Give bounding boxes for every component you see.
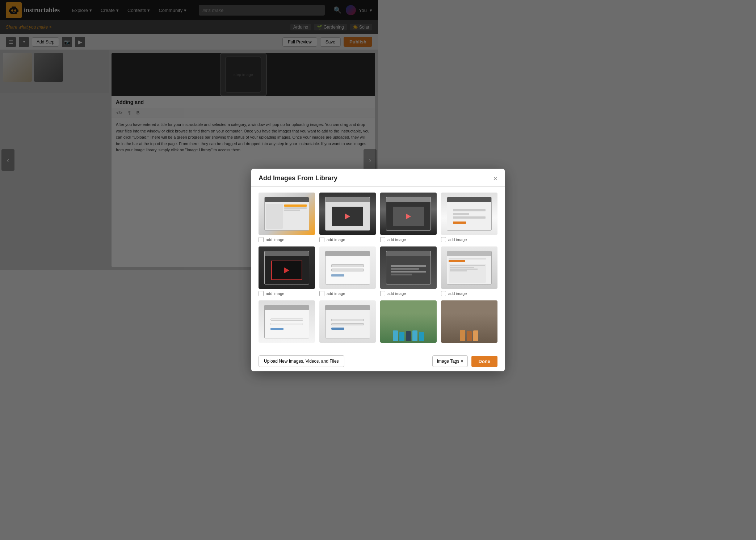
modal-header: Add Images From Library × <box>251 169 378 187</box>
image-item-1: add image <box>259 193 315 242</box>
image-label-2: add image <box>327 237 345 242</box>
modal-title: Add Images From Library <box>259 174 337 182</box>
image-label-1: add image <box>266 237 284 242</box>
image-thumb-6[interactable] <box>319 246 376 270</box>
image-item-5: add image <box>259 246 315 270</box>
image-label-row-2: add image <box>319 237 376 242</box>
image-grid: add image <box>259 193 378 270</box>
modal-overlay: Add Images From Library × <box>0 0 378 270</box>
add-images-modal: Add Images From Library × <box>251 169 378 270</box>
image-checkbox-2[interactable] <box>319 237 324 242</box>
image-label-row-1: add image <box>259 237 315 242</box>
image-item-6: add image <box>319 246 376 270</box>
image-thumb-2[interactable] <box>319 193 376 235</box>
modal-body: add image <box>251 187 378 270</box>
image-item-2: add image <box>319 193 376 242</box>
image-checkbox-1[interactable] <box>259 237 264 242</box>
image-thumb-5[interactable] <box>259 246 315 270</box>
image-thumb-1[interactable] <box>259 193 315 235</box>
